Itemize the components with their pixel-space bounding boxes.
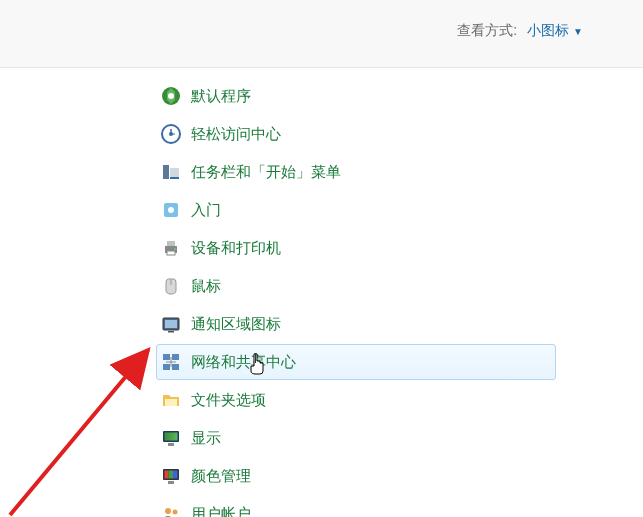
- getting-started-icon: [161, 200, 181, 220]
- item-label: 显示: [191, 429, 221, 448]
- item-notification-area[interactable]: 通知区域图标: [156, 306, 556, 342]
- svg-point-1: [168, 93, 174, 99]
- item-label: 任务栏和「开始」菜单: [191, 163, 341, 182]
- default-programs-icon: [161, 86, 181, 106]
- item-label: 通知区域图标: [191, 315, 281, 334]
- item-folder-options[interactable]: 文件夹选项: [156, 382, 556, 418]
- display-icon: [161, 428, 181, 448]
- item-label: 设备和打印机: [191, 239, 281, 258]
- color-icon: [161, 466, 181, 486]
- item-display[interactable]: 显示: [156, 420, 556, 456]
- svg-rect-20: [172, 354, 179, 360]
- svg-rect-28: [168, 443, 174, 446]
- ease-of-access-icon: [161, 124, 181, 144]
- item-label: 颜色管理: [191, 467, 251, 486]
- svg-rect-18: [168, 331, 174, 333]
- svg-rect-33: [168, 481, 174, 484]
- item-mouse[interactable]: 鼠标: [156, 268, 556, 304]
- svg-rect-17: [165, 320, 177, 328]
- item-label: 文件夹选项: [191, 391, 266, 410]
- item-network-sharing[interactable]: 网络和共享中心: [156, 344, 556, 380]
- taskbar-icon: [161, 162, 181, 182]
- item-label: 鼠标: [191, 277, 221, 296]
- svg-rect-31: [169, 471, 174, 479]
- item-getting-started[interactable]: 入门: [156, 192, 556, 228]
- svg-rect-30: [165, 471, 169, 479]
- control-panel-items: 默认程序 轻松访问中心 任务栏和「开始」菜单 入门 设备和打印机 鼠标: [0, 68, 643, 517]
- notification-icon: [161, 314, 181, 334]
- item-label: 网络和共享中心: [191, 353, 296, 372]
- folder-icon: [161, 390, 181, 410]
- item-label: 默认程序: [191, 87, 251, 106]
- svg-point-10: [168, 207, 174, 213]
- svg-rect-25: [165, 399, 177, 406]
- svg-rect-8: [170, 177, 179, 179]
- item-default-programs[interactable]: 默认程序: [156, 78, 556, 114]
- svg-rect-32: [173, 471, 178, 479]
- item-devices-printers[interactable]: 设备和打印机: [156, 230, 556, 266]
- view-mode-label: 查看方式:: [457, 22, 517, 38]
- view-mode-value: 小图标: [527, 22, 569, 38]
- svg-rect-22: [172, 364, 179, 370]
- users-icon: [161, 504, 181, 517]
- item-ease-of-access[interactable]: 轻松访问中心: [156, 116, 556, 152]
- svg-point-14: [174, 248, 176, 250]
- svg-rect-21: [163, 364, 170, 370]
- view-mode: 查看方式: 小图标▼: [457, 22, 583, 40]
- chevron-down-icon: ▼: [573, 26, 583, 37]
- svg-rect-27: [165, 433, 178, 441]
- item-taskbar-start[interactable]: 任务栏和「开始」菜单: [156, 154, 556, 190]
- svg-point-34: [165, 508, 171, 514]
- mouse-icon: [161, 276, 181, 296]
- printer-icon: [161, 238, 181, 258]
- svg-rect-19: [163, 354, 170, 360]
- item-label: 轻松访问中心: [191, 125, 281, 144]
- item-label: 入门: [191, 201, 221, 220]
- item-label: 用户帐户: [191, 505, 251, 518]
- svg-rect-6: [163, 165, 169, 179]
- item-color-management[interactable]: 颜色管理: [156, 458, 556, 494]
- network-icon: [161, 352, 181, 372]
- header-area: 查看方式: 小图标▼: [0, 0, 643, 68]
- svg-rect-12: [167, 241, 175, 246]
- svg-point-35: [173, 510, 178, 515]
- item-user-accounts[interactable]: 用户帐户: [156, 496, 556, 517]
- view-mode-dropdown[interactable]: 小图标▼: [527, 22, 583, 38]
- svg-rect-13: [167, 251, 175, 255]
